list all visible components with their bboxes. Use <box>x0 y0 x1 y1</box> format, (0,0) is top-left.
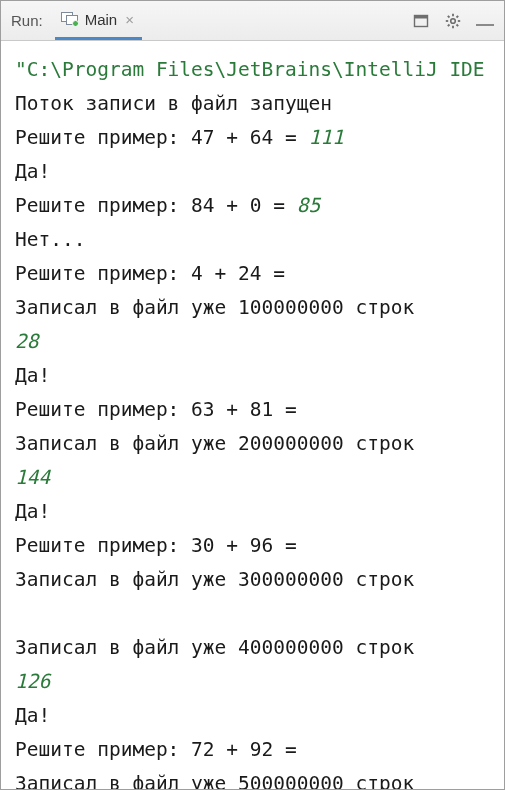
gear-icon <box>445 13 461 29</box>
run-config-tab-label: Main <box>85 11 118 28</box>
run-tool-window: Run: Main × <box>0 0 505 790</box>
layout-settings-button[interactable] <box>410 10 432 32</box>
console-text: Да! <box>15 160 50 183</box>
console-user-input: 85 <box>297 194 320 217</box>
svg-rect-1 <box>415 15 428 18</box>
run-header: Run: Main × <box>1 1 504 41</box>
close-tab-icon[interactable]: × <box>123 11 136 28</box>
console-user-input: 28 <box>15 330 38 353</box>
console-text: Решите пример: 63 + 81 = <box>15 398 309 421</box>
run-config-tab-main[interactable]: Main × <box>55 1 142 40</box>
console-cmd-line: "C:\Program Files\JetBrains\IntelliJ IDE <box>15 58 485 81</box>
settings-button[interactable] <box>442 10 464 32</box>
console-text: Решите пример: 47 + 64 = <box>15 126 309 149</box>
layout-icon <box>413 13 429 29</box>
console-text: Да! <box>15 500 50 523</box>
svg-line-9 <box>448 24 450 26</box>
console-area: "C:\Program Files\JetBrains\IntelliJ IDE… <box>1 41 504 789</box>
console-text: Да! <box>15 364 50 387</box>
run-config-icon <box>61 12 79 26</box>
svg-line-8 <box>457 24 459 26</box>
console-text: Записал в файл уже 100000000 строк <box>15 296 414 319</box>
console-text: Решите пример: 72 + 92 = <box>15 738 309 761</box>
console-text: Записал в файл уже 500000000 строк <box>15 772 414 789</box>
minimize-icon <box>476 24 494 28</box>
console-text: Решите пример: 4 + 24 = <box>15 262 297 285</box>
console-text: Нет... <box>15 228 85 251</box>
console-text: Записал в файл уже 400000000 строк <box>15 636 414 659</box>
console-text: Решите пример: 84 + 0 = <box>15 194 297 217</box>
svg-line-7 <box>448 15 450 17</box>
console-text: Поток записи в файл запущен <box>15 92 332 115</box>
console-user-input: 126 <box>15 670 50 693</box>
console-text: Записал в файл уже 300000000 строк <box>15 568 414 591</box>
svg-point-2 <box>451 18 456 23</box>
console-user-input: 111 <box>309 126 344 149</box>
console-text: Записал в файл уже 200000000 строк <box>15 432 414 455</box>
console-user-input: 144 <box>15 466 50 489</box>
console-output[interactable]: "C:\Program Files\JetBrains\IntelliJ IDE… <box>15 53 498 789</box>
hide-button[interactable] <box>474 10 496 32</box>
svg-line-10 <box>457 15 459 17</box>
run-title: Run: <box>11 12 45 29</box>
console-text: Да! <box>15 704 50 727</box>
console-scroll[interactable]: "C:\Program Files\JetBrains\IntelliJ IDE… <box>1 41 504 789</box>
console-text: Решите пример: 30 + 96 = <box>15 534 309 557</box>
